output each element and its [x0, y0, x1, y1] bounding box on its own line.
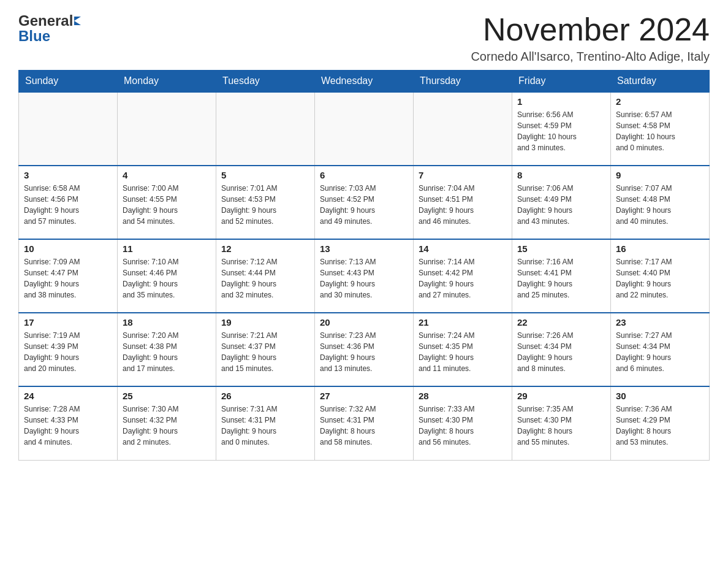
day-info: Sunrise: 7:35 AMSunset: 4:30 PMDaylight:…	[517, 404, 605, 448]
day-number: 23	[616, 317, 704, 327]
day-number: 7	[419, 170, 507, 180]
day-info: Sunrise: 7:32 AMSunset: 4:31 PMDaylight:…	[320, 404, 408, 448]
day-info: Sunrise: 7:27 AMSunset: 4:34 PMDaylight:…	[616, 330, 704, 374]
day-info: Sunrise: 6:57 AMSunset: 4:58 PMDaylight:…	[616, 109, 704, 153]
calendar-cell: 22Sunrise: 7:26 AMSunset: 4:34 PMDayligh…	[512, 313, 611, 386]
calendar-cell: 19Sunrise: 7:21 AMSunset: 4:37 PMDayligh…	[216, 313, 315, 386]
day-info: Sunrise: 7:10 AMSunset: 4:46 PMDaylight:…	[123, 256, 211, 301]
day-number: 10	[24, 243, 112, 254]
calendar-cell: 13Sunrise: 7:13 AMSunset: 4:43 PMDayligh…	[315, 239, 414, 313]
day-info: Sunrise: 7:19 AMSunset: 4:39 PMDaylight:…	[24, 330, 112, 374]
day-info: Sunrise: 7:09 AMSunset: 4:47 PMDaylight:…	[24, 256, 112, 301]
day-info: Sunrise: 6:58 AMSunset: 4:56 PMDaylight:…	[24, 183, 112, 227]
day-info: Sunrise: 7:36 AMSunset: 4:29 PMDaylight:…	[616, 404, 704, 448]
day-info: Sunrise: 7:00 AMSunset: 4:55 PMDaylight:…	[123, 183, 211, 227]
day-number: 24	[24, 391, 112, 401]
day-info: Sunrise: 7:21 AMSunset: 4:37 PMDaylight:…	[221, 330, 309, 374]
calendar-cell: 11Sunrise: 7:10 AMSunset: 4:46 PMDayligh…	[118, 239, 216, 313]
calendar-cell: 25Sunrise: 7:30 AMSunset: 4:32 PMDayligh…	[118, 386, 216, 460]
calendar-cell: 24Sunrise: 7:28 AMSunset: 4:33 PMDayligh…	[19, 386, 118, 460]
logo-general-text: General	[18, 12, 73, 29]
weekday-header-sunday: Sunday	[19, 71, 118, 93]
weekday-header-thursday: Thursday	[414, 71, 512, 93]
day-number: 11	[123, 243, 211, 254]
day-number: 1	[517, 96, 605, 107]
calendar-cell: 23Sunrise: 7:27 AMSunset: 4:34 PMDayligh…	[611, 313, 710, 386]
day-number: 20	[320, 317, 408, 327]
day-info: Sunrise: 7:04 AMSunset: 4:51 PMDaylight:…	[419, 183, 507, 227]
calendar-cell: 10Sunrise: 7:09 AMSunset: 4:47 PMDayligh…	[19, 239, 118, 313]
day-info: Sunrise: 7:30 AMSunset: 4:32 PMDaylight:…	[123, 404, 211, 448]
calendar-cell: 30Sunrise: 7:36 AMSunset: 4:29 PMDayligh…	[611, 386, 710, 460]
calendar-cell: 9Sunrise: 7:07 AMSunset: 4:48 PMDaylight…	[611, 166, 710, 239]
calendar-cell: 12Sunrise: 7:12 AMSunset: 4:44 PMDayligh…	[216, 239, 315, 313]
day-number: 21	[419, 317, 507, 327]
day-number: 18	[123, 317, 211, 327]
day-info: Sunrise: 7:14 AMSunset: 4:42 PMDaylight:…	[419, 256, 507, 301]
title-section: November 2024 Cornedo All'Isarco, Trenti…	[471, 12, 710, 64]
calendar-cell: 26Sunrise: 7:31 AMSunset: 4:31 PMDayligh…	[216, 386, 315, 460]
calendar-cell: 6Sunrise: 7:03 AMSunset: 4:52 PMDaylight…	[315, 166, 414, 239]
calendar-cell: 1Sunrise: 6:56 AMSunset: 4:59 PMDaylight…	[512, 92, 611, 166]
day-number: 12	[221, 243, 309, 254]
calendar-cell: 4Sunrise: 7:00 AMSunset: 4:55 PMDaylight…	[118, 166, 216, 239]
day-number: 8	[517, 170, 605, 180]
logo: General Blue	[18, 12, 82, 45]
day-info: Sunrise: 7:20 AMSunset: 4:38 PMDaylight:…	[123, 330, 211, 374]
day-number: 4	[123, 170, 211, 180]
calendar-cell: 18Sunrise: 7:20 AMSunset: 4:38 PMDayligh…	[118, 313, 216, 386]
day-info: Sunrise: 7:06 AMSunset: 4:49 PMDaylight:…	[517, 183, 605, 227]
day-number: 25	[123, 391, 211, 401]
calendar-cell: 27Sunrise: 7:32 AMSunset: 4:31 PMDayligh…	[315, 386, 414, 460]
logo-blue-text: Blue	[18, 28, 50, 45]
calendar-week-row: 1Sunrise: 6:56 AMSunset: 4:59 PMDaylight…	[19, 92, 710, 166]
day-info: Sunrise: 7:33 AMSunset: 4:30 PMDaylight:…	[419, 404, 507, 448]
calendar-week-row: 3Sunrise: 6:58 AMSunset: 4:56 PMDaylight…	[19, 166, 710, 239]
calendar-cell: 17Sunrise: 7:19 AMSunset: 4:39 PMDayligh…	[19, 313, 118, 386]
day-number: 29	[517, 391, 605, 401]
calendar-cell: 29Sunrise: 7:35 AMSunset: 4:30 PMDayligh…	[512, 386, 611, 460]
calendar-cell	[118, 92, 216, 166]
day-number: 2	[616, 96, 704, 107]
calendar-cell	[216, 92, 315, 166]
day-info: Sunrise: 7:13 AMSunset: 4:43 PMDaylight:…	[320, 256, 408, 301]
calendar-week-row: 10Sunrise: 7:09 AMSunset: 4:47 PMDayligh…	[19, 239, 710, 313]
page-header: General Blue November 2024 Cornedo All'I…	[18, 12, 710, 64]
calendar-cell: 21Sunrise: 7:24 AMSunset: 4:35 PMDayligh…	[414, 313, 512, 386]
month-title: November 2024	[471, 12, 710, 47]
day-number: 14	[419, 243, 507, 254]
day-number: 3	[24, 170, 112, 180]
day-info: Sunrise: 7:01 AMSunset: 4:53 PMDaylight:…	[221, 183, 309, 227]
day-number: 13	[320, 243, 408, 254]
weekday-header-friday: Friday	[512, 71, 611, 93]
calendar-cell: 20Sunrise: 7:23 AMSunset: 4:36 PMDayligh…	[315, 313, 414, 386]
weekday-header-tuesday: Tuesday	[216, 71, 315, 93]
day-number: 22	[517, 317, 605, 327]
day-number: 28	[419, 391, 507, 401]
day-number: 6	[320, 170, 408, 180]
day-info: Sunrise: 7:23 AMSunset: 4:36 PMDaylight:…	[320, 330, 408, 374]
weekday-header-wednesday: Wednesday	[315, 71, 414, 93]
calendar-table: SundayMondayTuesdayWednesdayThursdayFrid…	[18, 70, 710, 461]
calendar-cell: 5Sunrise: 7:01 AMSunset: 4:53 PMDaylight…	[216, 166, 315, 239]
calendar-cell: 16Sunrise: 7:17 AMSunset: 4:40 PMDayligh…	[611, 239, 710, 313]
day-info: Sunrise: 7:28 AMSunset: 4:33 PMDaylight:…	[24, 404, 112, 448]
location-title: Cornedo All'Isarco, Trentino-Alto Adige,…	[471, 50, 710, 64]
calendar-cell: 14Sunrise: 7:14 AMSunset: 4:42 PMDayligh…	[414, 239, 512, 313]
day-info: Sunrise: 7:17 AMSunset: 4:40 PMDaylight:…	[616, 256, 704, 301]
calendar-cell	[19, 92, 118, 166]
day-info: Sunrise: 7:16 AMSunset: 4:41 PMDaylight:…	[517, 256, 605, 301]
calendar-cell: 2Sunrise: 6:57 AMSunset: 4:58 PMDaylight…	[611, 92, 710, 166]
calendar-cell	[414, 92, 512, 166]
day-info: Sunrise: 6:56 AMSunset: 4:59 PMDaylight:…	[517, 109, 605, 153]
calendar-week-row: 24Sunrise: 7:28 AMSunset: 4:33 PMDayligh…	[19, 386, 710, 460]
day-number: 30	[616, 391, 704, 401]
logo-flag-icon	[74, 17, 81, 25]
weekday-header-row: SundayMondayTuesdayWednesdayThursdayFrid…	[19, 71, 710, 93]
day-number: 19	[221, 317, 309, 327]
calendar-cell	[315, 92, 414, 166]
day-number: 27	[320, 391, 408, 401]
calendar-week-row: 17Sunrise: 7:19 AMSunset: 4:39 PMDayligh…	[19, 313, 710, 386]
day-number: 9	[616, 170, 704, 180]
weekday-header-saturday: Saturday	[611, 71, 710, 93]
